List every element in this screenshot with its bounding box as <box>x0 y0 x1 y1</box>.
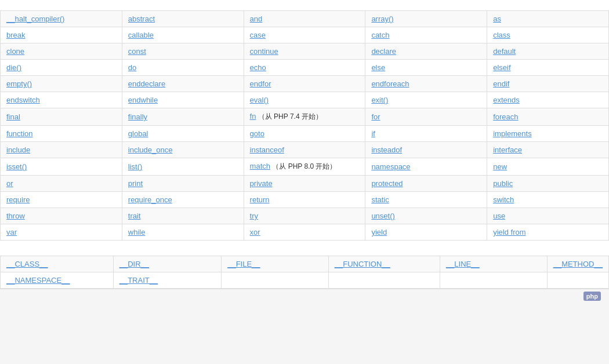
keyword-link[interactable]: trait <box>128 212 141 220</box>
keyword-link[interactable]: include <box>6 145 30 154</box>
keyword-cell: use <box>487 208 609 224</box>
keyword-link[interactable]: and <box>250 14 263 23</box>
keyword-link[interactable]: insteadof <box>371 145 402 154</box>
keyword-link[interactable]: abstract <box>128 14 155 23</box>
keyword-link[interactable]: endwhile <box>128 96 158 104</box>
keyword-link[interactable]: endfor <box>250 79 271 88</box>
keyword-link[interactable]: enddeclare <box>128 79 165 88</box>
keyword-link[interactable]: var <box>6 228 17 236</box>
keyword-link[interactable]: clone <box>6 47 24 56</box>
keyword-link[interactable]: switch <box>493 195 514 204</box>
constant-cell: __TRAIT__ <box>113 272 221 289</box>
keyword-cell: while <box>122 224 244 241</box>
keyword-link[interactable]: foreach <box>493 112 518 121</box>
keyword-link[interactable]: else <box>371 63 385 72</box>
keyword-link[interactable]: xor <box>250 228 260 236</box>
keyword-link[interactable]: yield <box>371 228 387 236</box>
constant-link[interactable]: __LINE__ <box>446 260 480 268</box>
keyword-link[interactable]: while <box>128 228 146 236</box>
keyword-cell: clone <box>1 43 122 60</box>
constant-cell <box>547 272 608 289</box>
constant-link[interactable]: __METHOD__ <box>553 260 603 268</box>
keyword-link[interactable]: global <box>128 129 148 138</box>
constant-link[interactable]: __CLASS__ <box>6 260 48 268</box>
keyword-link[interactable]: const <box>128 47 146 56</box>
keyword-link[interactable]: throw <box>6 212 25 220</box>
keyword-link[interactable]: unset() <box>371 212 394 220</box>
keyword-link[interactable]: endswitch <box>6 96 40 104</box>
keyword-link[interactable]: case <box>250 31 266 39</box>
keyword-cell: case <box>244 27 365 43</box>
keyword-link[interactable]: match <box>250 162 270 170</box>
constant-link[interactable]: __DIR__ <box>119 260 149 268</box>
keyword-link[interactable]: default <box>493 47 516 56</box>
keyword-link[interactable]: implements <box>493 129 531 138</box>
keyword-cell: static <box>365 192 487 208</box>
keyword-link[interactable]: function <box>6 129 33 138</box>
keyword-cell: protected <box>365 176 487 192</box>
keyword-cell: endforeach <box>365 76 487 92</box>
keyword-link[interactable]: try <box>250 212 258 220</box>
keyword-link[interactable]: as <box>493 14 501 23</box>
keyword-link[interactable]: endif <box>493 79 509 88</box>
constant-link[interactable]: __TRAIT__ <box>119 276 158 285</box>
keyword-link[interactable]: new <box>493 162 507 171</box>
keyword-link[interactable]: elseif <box>493 63 510 72</box>
keyword-link[interactable]: for <box>371 112 380 121</box>
keyword-cell: continue <box>244 43 365 60</box>
keyword-cell: unset() <box>365 208 487 224</box>
php-badge: php <box>583 292 603 301</box>
keyword-cell: catch <box>365 27 487 43</box>
keyword-link[interactable]: die() <box>6 63 21 72</box>
keyword-link[interactable]: declare <box>371 47 396 56</box>
keyword-cell: interface <box>487 142 609 158</box>
keyword-cell: final <box>1 108 122 126</box>
keyword-link[interactable]: __halt_compiler() <box>6 14 64 23</box>
keyword-link[interactable]: callable <box>128 31 154 39</box>
keyword-cell: return <box>244 192 365 208</box>
keyword-link[interactable]: echo <box>250 63 266 72</box>
keyword-link[interactable]: interface <box>493 145 522 154</box>
keyword-link[interactable]: continue <box>250 47 278 56</box>
keyword-link[interactable]: goto <box>250 129 264 138</box>
table-row: empty()enddeclareendforendforeachendif <box>1 76 609 92</box>
keyword-cell: switch <box>487 192 609 208</box>
constant-link[interactable]: __FILE__ <box>227 260 260 268</box>
keyword-link[interactable]: isset() <box>6 162 27 171</box>
constant-cell: __METHOD__ <box>547 256 608 272</box>
keyword-link[interactable]: yield from <box>493 228 525 236</box>
keyword-link[interactable]: private <box>250 179 273 188</box>
keyword-link[interactable]: fn <box>250 112 256 121</box>
keyword-link[interactable]: endforeach <box>371 79 409 88</box>
keyword-link[interactable]: do <box>128 63 136 72</box>
keyword-link[interactable]: catch <box>371 31 389 39</box>
keyword-link[interactable]: require_once <box>128 195 172 204</box>
keyword-link[interactable]: use <box>493 212 505 220</box>
keyword-link[interactable]: instanceof <box>250 145 284 154</box>
keyword-link[interactable]: break <box>6 31 26 39</box>
keyword-link[interactable]: protected <box>371 179 403 188</box>
constant-link[interactable]: __FUNCTION__ <box>335 260 390 268</box>
keyword-link[interactable]: class <box>493 31 510 39</box>
keyword-cell: global <box>122 126 244 142</box>
keyword-link[interactable]: finally <box>128 112 147 121</box>
keyword-link[interactable]: print <box>128 179 143 188</box>
keyword-link[interactable]: include_once <box>128 145 173 154</box>
keyword-link[interactable]: require <box>6 195 30 204</box>
keyword-cell: echo <box>244 60 365 76</box>
keyword-link[interactable]: final <box>6 112 20 121</box>
constant-link[interactable]: __NAMESPACE__ <box>6 276 70 285</box>
keyword-link[interactable]: namespace <box>371 162 410 171</box>
keyword-link[interactable]: eval() <box>250 96 269 104</box>
keyword-link[interactable]: list() <box>128 162 143 171</box>
keyword-link[interactable]: or <box>6 179 13 188</box>
keyword-link[interactable]: empty() <box>6 79 32 88</box>
keyword-link[interactable]: array() <box>371 14 393 23</box>
keyword-link[interactable]: static <box>371 195 389 204</box>
keyword-link[interactable]: public <box>493 179 513 188</box>
keyword-cell: goto <box>244 126 365 142</box>
keyword-link[interactable]: extends <box>493 96 520 104</box>
keyword-link[interactable]: exit() <box>371 96 388 104</box>
keyword-link[interactable]: if <box>371 129 375 138</box>
keyword-link[interactable]: return <box>250 195 270 204</box>
